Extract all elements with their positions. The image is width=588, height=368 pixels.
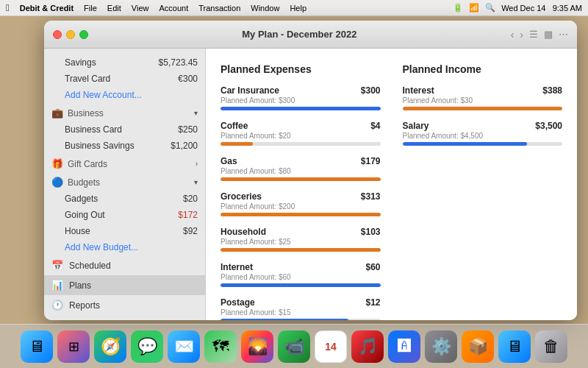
dock-finder[interactable]: 🖥 [21,330,53,363]
postage-fill [220,319,348,320]
business-section[interactable]: 💼 Business ▾ [44,103,205,121]
postage-name: Postage [220,297,255,308]
apple-menu[interactable]:  [6,2,10,13]
sidebar-item-business-card[interactable]: Business Card $250 [44,121,205,138]
sidebar-item-going-out[interactable]: Going Out $172 [44,207,205,223]
more-options-icon[interactable]: ⋯ [559,29,568,40]
household-name: Household [220,227,266,237]
gas-amount: $179 [361,156,381,166]
dock-system-settings[interactable]: ⚙️ [425,330,457,363]
salary-amount: $3,500 [535,121,562,131]
savings-amount: $5,723.45 [159,57,198,68]
expense-car-insurance: Car Insurance $300 Planned Amount: $300 [220,85,381,110]
dock-facetime[interactable]: 📹 [278,330,310,363]
close-button[interactable] [53,30,62,39]
sidebar-item-house[interactable]: House $92 [44,223,205,239]
menu-edit[interactable]: Edit [107,4,121,13]
gift-cards-section[interactable]: 🎁 Gift Cards › [44,154,205,172]
datetime: Wed Dec 14 9:35 AM [501,4,582,13]
salary-bar [403,142,563,146]
traffic-lights [53,30,88,39]
coffee-planned: Planned Amount: $20 [220,132,381,140]
grid-view-icon[interactable]: ▩ [544,29,553,40]
menu-app-name[interactable]: Debit & Credit [20,4,74,13]
nav-forward-icon[interactable]: › [520,29,523,40]
business-card-amount: $250 [178,124,198,135]
menu-window[interactable]: Window [251,4,279,13]
budgets-icon: 🔵 [51,177,63,188]
dock: 🖥 ⊞ 🧭 💬 ✉️ 🗺 🌄 📹 14 🎵 🅰 ⚙️ 📦 🖥 🗑 [0,324,588,368]
dock-safari[interactable]: 🧭 [94,330,126,363]
sidebar-item-savings[interactable]: Savings $5,723.45 [44,54,205,71]
minimize-button[interactable] [66,30,75,39]
gas-name: Gas [220,156,237,166]
dock-calendar[interactable]: 14 [315,330,347,363]
sidebar-item-business-savings[interactable]: Business Savings $1,200 [44,138,205,154]
salary-planned: Planned Amount: $4,500 [403,132,563,140]
dock-launchpad[interactable]: ⊞ [57,330,90,363]
household-planned: Planned Amount: $25 [220,238,381,246]
sidebar-item-travel-card[interactable]: Travel Card €300 [44,71,205,87]
wifi-icon: 📶 [469,3,479,13]
budgets-section[interactable]: 🔵 Budgets ▾ [44,172,205,191]
car-insurance-name: Car Insurance [220,85,279,96]
sidebar-item-gadgets[interactable]: Gadgets $20 [44,191,205,207]
travel-card-label: Travel Card [65,74,110,84]
budgets-label: Budgets [68,177,100,188]
dock-trash[interactable]: 🗑 [535,330,567,363]
expense-household: Household $103 Planned Amount: $25 [220,227,381,252]
business-label: Business [68,108,104,118]
internet-planned: Planned Amount: $60 [220,273,381,281]
house-label: House [65,226,90,236]
car-insurance-bar [220,107,381,110]
menu-view[interactable]: View [132,4,149,13]
groceries-name: Groceries [220,191,262,202]
search-icon[interactable]: 🔍 [485,3,495,13]
menu-transaction[interactable]: Transaction [198,4,240,13]
household-amount: $103 [361,227,381,237]
dock-photos[interactable]: 🌄 [241,330,273,363]
interest-bar [403,107,563,110]
going-out-amount: $172 [178,210,198,220]
list-view-icon[interactable]: ☰ [529,29,538,40]
window-title: My Plan - December 2022 [88,29,511,40]
battery-icon: 🔋 [453,3,463,13]
menu-help[interactable]: Help [290,4,306,13]
dock-box[interactable]: 📦 [462,330,494,363]
dock-appstore[interactable]: 🅰 [388,330,420,363]
add-account-link[interactable]: Add New Account... [44,87,205,103]
sidebar-item-scheduled[interactable]: 📅 Scheduled [44,255,205,275]
dock-music[interactable]: 🎵 [351,330,384,363]
salary-fill [403,142,528,146]
reports-icon: 🕐 [51,300,63,311]
postage-bar [220,319,381,320]
menu-account[interactable]: Account [159,4,188,13]
groceries-fill [220,213,381,216]
savings-label: Savings [65,57,96,68]
dock-finder2[interactable]: 🖥 [498,330,531,363]
planned-expenses-col: Planned Expenses Car Insurance $300 Plan… [220,63,381,320]
menu-file[interactable]: File [84,4,97,13]
going-out-label: Going Out [65,210,105,220]
plans-label: Plans [69,280,91,291]
app-window: My Plan - December 2022 ‹ › ☰ ▩ ⋯ Saving… [44,21,577,320]
coffee-bar [220,142,381,146]
gift-cards-label: Gift Cards [68,159,107,169]
expense-postage: Postage $12 Planned Amount: $15 [220,297,381,320]
maximize-button[interactable] [79,30,88,39]
add-budget-link[interactable]: Add New Budget... [44,239,205,255]
sidebar-item-plans[interactable]: 📊 Plans [44,275,205,295]
expense-coffee: Coffee $4 Planned Amount: $20 [220,121,381,146]
dock-maps[interactable]: 🗺 [204,330,237,363]
sidebar-item-reports[interactable]: 🕐 Reports [44,295,205,315]
coffee-name: Coffee [220,121,248,131]
dock-messages[interactable]: 💬 [131,330,163,363]
salary-name: Salary [403,121,429,131]
gadgets-amount: $20 [183,194,198,204]
dock-mail[interactable]: ✉️ [168,330,200,363]
car-insurance-fill [220,107,381,110]
nav-back-icon[interactable]: ‹ [511,29,514,40]
menu-bar-right: 🔋 📶 🔍 Wed Dec 14 9:35 AM [453,3,582,13]
car-insurance-planned: Planned Amount: $300 [220,96,381,105]
groceries-planned: Planned Amount: $200 [220,202,381,210]
